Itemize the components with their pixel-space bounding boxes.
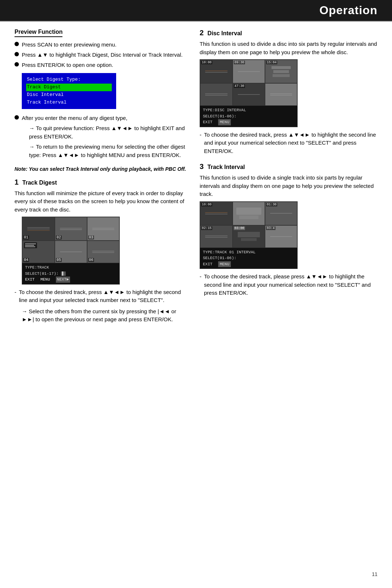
status-type: TYPE:TRACK	[25, 265, 117, 271]
disc-status-select: SELECT(01-06):	[203, 113, 294, 120]
interval-status-select: SELECT(01-06):	[203, 255, 294, 261]
disc-time-03: 15:04	[266, 61, 277, 64]
disc-thumb-05: 47:30	[233, 83, 265, 106]
thumb-02: 02	[55, 217, 87, 241]
thumb-label-03: 03	[88, 235, 94, 239]
interval-status-bar: TYPE:TRACK 01 INTERVAL SELECT(01-06): EX…	[200, 248, 297, 269]
page-title: Operation	[319, 4, 377, 17]
interval-exit-label: EXIT	[203, 261, 212, 267]
disc-thumb-row-2: 47:30	[200, 83, 297, 106]
interval-thumb-01: 10:00	[200, 202, 233, 225]
disc-interval-body: This function is used to divide a disc i…	[200, 40, 377, 56]
interval-time-03: 01:30	[266, 203, 277, 206]
bullet-icon	[15, 62, 19, 67]
section3: 3 Track Interval This function is used t…	[200, 162, 377, 297]
menu-item-1: Track Digest	[26, 84, 112, 91]
bullet-text-3: Press ENTER/OK to open one option.	[22, 61, 113, 69]
interval-thumb-05: 03:00	[233, 225, 265, 248]
header-divider	[0, 21, 392, 21]
bullet-icon	[15, 42, 19, 46]
track-digest-screenshot: 01 02 03	[22, 217, 120, 285]
thumb-05: 05	[55, 241, 87, 263]
interval-thumb-02	[233, 202, 265, 225]
thumb-label-06: 06	[88, 258, 94, 262]
thumb-label-02: 02	[56, 235, 62, 239]
status-select: SELECT(01-17): ▌	[25, 271, 117, 277]
disc-thumb-06	[265, 83, 297, 106]
disc-time-01: 10:00	[201, 61, 212, 64]
interval-status-buttons: EXIT MENU	[203, 261, 294, 267]
disc-thumb-row-1: 10:00 09:30 15:04	[200, 60, 297, 83]
next-button-label: NEXT►	[56, 277, 70, 283]
interval-thumb-06: 03:4	[265, 225, 297, 248]
disc-exit-label: EXIT	[203, 119, 212, 125]
interval-time-01: 10:00	[201, 203, 212, 206]
section1: 1 Track Digest This function will minimi…	[15, 178, 189, 324]
track-digest-title: 1 Track Digest	[15, 178, 189, 186]
thumb-row-2: 04 05 06	[22, 241, 119, 263]
list-item: Press ENTER/OK to open one option.	[15, 61, 189, 69]
thumb-label-01: 01	[23, 235, 29, 239]
track-status-bar: TYPE:TRACK SELECT(01-17): ▌ EXIT MENU NE…	[22, 263, 119, 284]
bullet-list: Press SCAN to enter previewing menu. Pre…	[15, 41, 189, 69]
interval-thumb-row-2: 02:15 03:00 03:4	[200, 225, 297, 248]
menu-screenshot: Select Digest Type: Track Digest Disc In…	[22, 73, 116, 109]
menu-item-2: Disc Interval	[26, 91, 112, 99]
disc-status-bar: TYPE:DISC INTERVAL SELECT(01-06): EXIT M…	[200, 106, 297, 127]
thumb-label-04: 04	[23, 258, 29, 262]
disc-status-type: TYPE:DISC INTERVAL	[203, 107, 294, 113]
interval-thumb-03: 01:30	[265, 202, 297, 225]
menu-header: Select Digest Type:	[26, 76, 112, 84]
bullet-icon	[15, 115, 19, 120]
note-text: Note: You can select Track Interval only…	[15, 166, 189, 173]
track-interval-body: This function is used to divide a single…	[200, 174, 377, 198]
left-column: Preview Function Press SCAN to enter pre…	[15, 29, 189, 328]
list-item: After you enter the menu of any digest t…	[15, 114, 189, 161]
interval-time-06: 03:4	[266, 226, 275, 230]
interval-status-type: TYPE:TRACK 01 INTERVAL	[203, 249, 294, 255]
after-menu-text: After you enter the menu of any digest t…	[22, 114, 189, 161]
page-header: Operation	[0, 0, 392, 21]
interval-time-04: 02:15	[201, 226, 212, 230]
disc-thumb-04	[200, 83, 233, 106]
dash-text-1: To choose the desired track, press ▲▼◄► …	[15, 288, 189, 305]
menu-item-3: Track Interval	[26, 99, 112, 106]
thumb-04: 04	[22, 241, 55, 263]
interval-thumb-row-1: 10:00 01:30	[200, 202, 297, 225]
bullet-text-1: Press SCAN to enter previewing menu.	[22, 41, 117, 49]
section2: 2 Disc Interval This function is used to…	[200, 29, 377, 155]
track-interval-screenshot: 10:00 01:30	[200, 201, 298, 269]
track-interval-title: 3 Track Interval	[200, 162, 377, 171]
disc-thumb-03: 15:04	[265, 60, 297, 83]
list-item: Press SCAN to enter previewing menu.	[15, 41, 189, 49]
disc-thumb-02: 09:30	[233, 60, 265, 83]
arrow-text-1: → To quit preview function: Press ▲▼◄► t…	[29, 125, 185, 140]
after-menu-list: After you enter the menu of any digest t…	[15, 114, 189, 161]
track-digest-body: This function will minimize the picture …	[15, 189, 189, 214]
preview-function-title: Preview Function	[15, 29, 62, 37]
interval-time-05: 03:00	[234, 226, 245, 230]
bullet-text-2: Press ▲▼ to highlight Track Digest, Disc…	[22, 51, 183, 59]
disc-interval-title: 2 Disc Interval	[200, 29, 377, 37]
right-column: 2 Disc Interval This function is used to…	[200, 29, 377, 328]
arrow-text-2: → To return to the previewing menu for s…	[29, 144, 185, 158]
dash-text-2: To choose the desired track, press ▲▼◄► …	[200, 131, 377, 156]
disc-menu-label: MENU	[218, 119, 230, 125]
thumb-06: 06	[87, 241, 119, 263]
arrow-para-3: → Select the others from the current six…	[22, 307, 189, 324]
thumb-row-1: 01 02 03	[22, 217, 119, 241]
disc-interval-screenshot: 10:00 09:30 15:04	[200, 59, 298, 127]
thumb-01: 01	[22, 217, 55, 241]
disc-status-buttons: EXIT MENU	[203, 119, 294, 125]
dash-text-3: To choose the desired track, please pres…	[200, 273, 377, 297]
list-item: Press ▲▼ to highlight Track Digest, Disc…	[15, 51, 189, 59]
interval-thumb-04: 02:15	[200, 225, 233, 248]
thumb-03: 03	[87, 217, 119, 241]
interval-menu-label: MENU	[218, 261, 230, 267]
disc-thumb-01: 10:00	[200, 60, 233, 83]
menu-button-label: MENU	[40, 277, 50, 283]
arrow-para-2: → To return to the previewing menu for s…	[29, 143, 189, 159]
thumb-label-05: 05	[56, 258, 62, 262]
main-content: Preview Function Press SCAN to enter pre…	[0, 29, 392, 328]
page-number: 11	[372, 571, 377, 577]
